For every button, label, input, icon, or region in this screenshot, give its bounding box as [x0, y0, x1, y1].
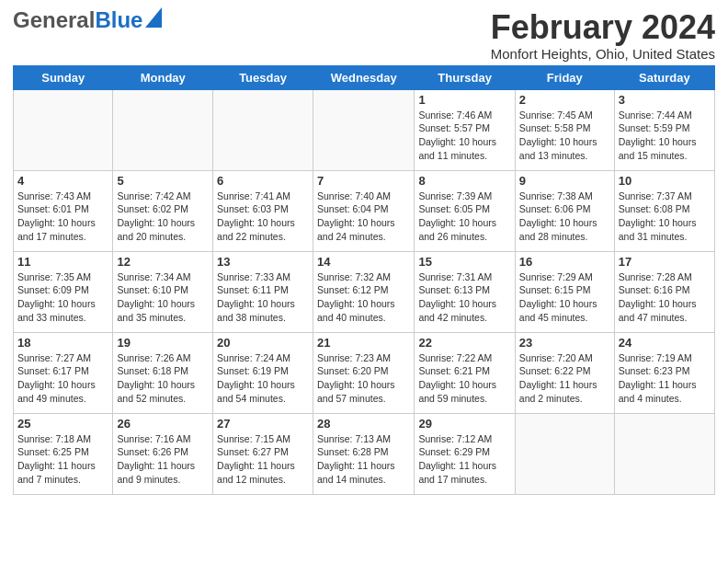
- table-row: 24Sunrise: 7:19 AMSunset: 6:23 PMDayligh…: [614, 332, 714, 413]
- col-friday: Friday: [515, 65, 614, 89]
- day-info: Sunrise: 7:16 AMSunset: 6:26 PMDaylight:…: [117, 432, 209, 487]
- table-row: 22Sunrise: 7:22 AMSunset: 6:21 PMDayligh…: [415, 332, 515, 413]
- day-number: 3: [619, 93, 711, 107]
- day-number: 6: [217, 174, 309, 188]
- calendar-week-row: 18Sunrise: 7:27 AMSunset: 6:17 PMDayligh…: [14, 332, 715, 413]
- col-monday: Monday: [113, 65, 213, 89]
- day-info: Sunrise: 7:20 AMSunset: 6:22 PMDaylight:…: [519, 351, 610, 406]
- calendar-table: Sunday Monday Tuesday Wednesday Thursday…: [13, 65, 715, 495]
- day-info: Sunrise: 7:27 AMSunset: 6:17 PMDaylight:…: [17, 351, 108, 406]
- day-number: 1: [418, 93, 510, 107]
- table-row: 13Sunrise: 7:33 AMSunset: 6:11 PMDayligh…: [213, 251, 313, 332]
- day-number: 24: [619, 336, 711, 350]
- table-row: 15Sunrise: 7:31 AMSunset: 6:13 PMDayligh…: [415, 251, 515, 332]
- logo-general-text: General: [13, 9, 95, 31]
- day-number: 25: [17, 417, 108, 431]
- day-number: 13: [217, 255, 309, 269]
- day-number: 12: [117, 255, 209, 269]
- day-info: Sunrise: 7:13 AMSunset: 6:28 PMDaylight:…: [317, 432, 410, 487]
- day-number: 27: [217, 417, 309, 431]
- table-row: 2Sunrise: 7:45 AMSunset: 5:58 PMDaylight…: [515, 89, 614, 170]
- day-info: Sunrise: 7:28 AMSunset: 6:16 PMDaylight:…: [619, 270, 711, 325]
- table-row: 3Sunrise: 7:44 AMSunset: 5:59 PMDaylight…: [614, 89, 714, 170]
- table-row: [113, 89, 213, 170]
- day-number: 23: [519, 336, 610, 350]
- table-row: 14Sunrise: 7:32 AMSunset: 6:12 PMDayligh…: [313, 251, 414, 332]
- calendar-week-row: 11Sunrise: 7:35 AMSunset: 6:09 PMDayligh…: [14, 251, 715, 332]
- table-row: 23Sunrise: 7:20 AMSunset: 6:22 PMDayligh…: [515, 332, 614, 413]
- day-info: Sunrise: 7:42 AMSunset: 6:02 PMDaylight:…: [117, 190, 209, 244]
- day-info: Sunrise: 7:43 AMSunset: 6:01 PMDaylight:…: [17, 190, 108, 244]
- day-info: Sunrise: 7:40 AMSunset: 6:04 PMDaylight:…: [317, 190, 410, 244]
- day-number: 2: [519, 93, 610, 107]
- day-info: Sunrise: 7:19 AMSunset: 6:23 PMDaylight:…: [619, 351, 711, 406]
- day-number: 21: [317, 336, 410, 350]
- location-subtitle: Monfort Heights, Ohio, United States: [491, 46, 715, 62]
- day-info: Sunrise: 7:18 AMSunset: 6:25 PMDaylight:…: [17, 432, 108, 487]
- day-info: Sunrise: 7:24 AMSunset: 6:19 PMDaylight:…: [217, 351, 309, 406]
- calendar-week-row: 4Sunrise: 7:43 AMSunset: 6:01 PMDaylight…: [14, 170, 715, 251]
- table-row: 26Sunrise: 7:16 AMSunset: 6:26 PMDayligh…: [113, 413, 213, 494]
- svg-marker-0: [145, 7, 162, 28]
- month-year-title: February 2024: [491, 9, 715, 46]
- table-row: 6Sunrise: 7:41 AMSunset: 6:03 PMDaylight…: [213, 170, 313, 251]
- table-row: 21Sunrise: 7:23 AMSunset: 6:20 PMDayligh…: [313, 332, 414, 413]
- table-row: 28Sunrise: 7:13 AMSunset: 6:28 PMDayligh…: [313, 413, 414, 494]
- col-saturday: Saturday: [614, 65, 714, 89]
- day-info: Sunrise: 7:29 AMSunset: 6:15 PMDaylight:…: [519, 270, 610, 325]
- table-row: 19Sunrise: 7:26 AMSunset: 6:18 PMDayligh…: [113, 332, 213, 413]
- table-row: 20Sunrise: 7:24 AMSunset: 6:19 PMDayligh…: [213, 332, 313, 413]
- day-info: Sunrise: 7:22 AMSunset: 6:21 PMDaylight:…: [418, 351, 510, 406]
- day-info: Sunrise: 7:33 AMSunset: 6:11 PMDaylight:…: [217, 270, 309, 325]
- day-number: 17: [619, 255, 711, 269]
- day-info: Sunrise: 7:31 AMSunset: 6:13 PMDaylight:…: [418, 270, 510, 325]
- day-number: 7: [317, 174, 410, 188]
- calendar-body: 1Sunrise: 7:46 AMSunset: 5:57 PMDaylight…: [14, 89, 715, 494]
- table-row: [14, 89, 113, 170]
- day-info: Sunrise: 7:41 AMSunset: 6:03 PMDaylight:…: [217, 190, 309, 244]
- day-number: 10: [619, 174, 711, 188]
- day-number: 22: [418, 336, 510, 350]
- day-info: Sunrise: 7:15 AMSunset: 6:27 PMDaylight:…: [217, 432, 309, 487]
- day-number: 28: [317, 417, 410, 431]
- col-sunday: Sunday: [14, 65, 113, 89]
- logo-blue-text: Blue: [95, 9, 142, 31]
- day-info: Sunrise: 7:23 AMSunset: 6:20 PMDaylight:…: [317, 351, 410, 406]
- day-info: Sunrise: 7:44 AMSunset: 5:59 PMDaylight:…: [619, 109, 711, 163]
- page: General Blue February 2024 Monfort Heigh…: [0, 0, 728, 504]
- col-thursday: Thursday: [415, 65, 515, 89]
- day-number: 15: [418, 255, 510, 269]
- day-number: 20: [217, 336, 309, 350]
- table-row: 1Sunrise: 7:46 AMSunset: 5:57 PMDaylight…: [415, 89, 515, 170]
- calendar-header: Sunday Monday Tuesday Wednesday Thursday…: [14, 65, 715, 89]
- day-number: 18: [17, 336, 108, 350]
- day-number: 8: [418, 174, 510, 188]
- day-info: Sunrise: 7:26 AMSunset: 6:18 PMDaylight:…: [117, 351, 209, 406]
- table-row: 5Sunrise: 7:42 AMSunset: 6:02 PMDaylight…: [113, 170, 213, 251]
- table-row: [515, 413, 614, 494]
- day-number: 5: [117, 174, 209, 188]
- table-row: 16Sunrise: 7:29 AMSunset: 6:15 PMDayligh…: [515, 251, 614, 332]
- day-info: Sunrise: 7:32 AMSunset: 6:12 PMDaylight:…: [317, 270, 410, 325]
- col-tuesday: Tuesday: [213, 65, 313, 89]
- day-number: 26: [117, 417, 209, 431]
- table-row: 27Sunrise: 7:15 AMSunset: 6:27 PMDayligh…: [213, 413, 313, 494]
- logo-triangle-icon: [145, 7, 162, 28]
- table-row: 4Sunrise: 7:43 AMSunset: 6:01 PMDaylight…: [14, 170, 113, 251]
- table-row: 7Sunrise: 7:40 AMSunset: 6:04 PMDaylight…: [313, 170, 414, 251]
- calendar-week-row: 1Sunrise: 7:46 AMSunset: 5:57 PMDaylight…: [14, 89, 715, 170]
- title-block: February 2024 Monfort Heights, Ohio, Uni…: [491, 9, 715, 62]
- table-row: 29Sunrise: 7:12 AMSunset: 6:29 PMDayligh…: [415, 413, 515, 494]
- table-row: 10Sunrise: 7:37 AMSunset: 6:08 PMDayligh…: [614, 170, 714, 251]
- table-row: 17Sunrise: 7:28 AMSunset: 6:16 PMDayligh…: [614, 251, 714, 332]
- table-row: 25Sunrise: 7:18 AMSunset: 6:25 PMDayligh…: [14, 413, 113, 494]
- day-info: Sunrise: 7:45 AMSunset: 5:58 PMDaylight:…: [519, 109, 610, 163]
- day-info: Sunrise: 7:12 AMSunset: 6:29 PMDaylight:…: [418, 432, 510, 487]
- calendar-week-row: 25Sunrise: 7:18 AMSunset: 6:25 PMDayligh…: [14, 413, 715, 494]
- table-row: 8Sunrise: 7:39 AMSunset: 6:05 PMDaylight…: [415, 170, 515, 251]
- day-info: Sunrise: 7:38 AMSunset: 6:06 PMDaylight:…: [519, 190, 610, 244]
- day-number: 9: [519, 174, 610, 188]
- logo: General Blue: [13, 9, 162, 31]
- day-number: 19: [117, 336, 209, 350]
- table-row: [614, 413, 714, 494]
